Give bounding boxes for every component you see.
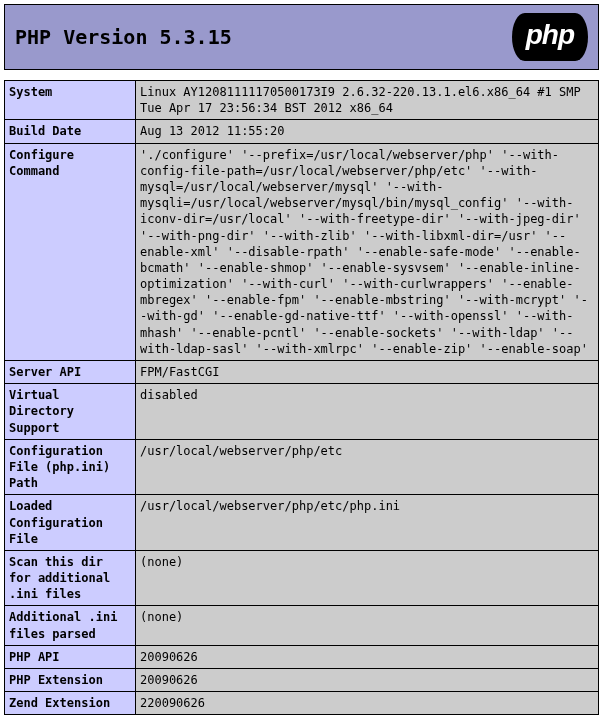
- row-label: Build Date: [5, 120, 136, 143]
- row-label: Scan this dir for additional .ini files: [5, 550, 136, 606]
- table-row: Scan this dir for additional .ini files …: [5, 550, 599, 606]
- table-row: Loaded Configuration File /usr/local/web…: [5, 495, 599, 551]
- table-row: Zend Extension 220090626: [5, 692, 599, 715]
- php-logo-text: php: [526, 19, 574, 51]
- phpinfo-table: System Linux AY12081111170500173I9 2.6.3…: [4, 80, 599, 715]
- table-row: PHP API 20090626: [5, 645, 599, 668]
- row-value: 220090626: [136, 692, 599, 715]
- row-value: disabled: [136, 384, 599, 440]
- row-value: 20090626: [136, 645, 599, 668]
- table-row: Configuration File (php.ini) Path /usr/l…: [5, 439, 599, 495]
- row-label: Virtual Directory Support: [5, 384, 136, 440]
- phpinfo-header: PHP Version 5.3.15 php: [4, 4, 599, 70]
- row-label: Zend Extension: [5, 692, 136, 715]
- row-label: Configuration File (php.ini) Path: [5, 439, 136, 495]
- row-value: 20090626: [136, 669, 599, 692]
- row-value: Aug 13 2012 11:55:20: [136, 120, 599, 143]
- row-value: (none): [136, 550, 599, 606]
- row-label: PHP API: [5, 645, 136, 668]
- row-value: (none): [136, 606, 599, 645]
- row-label: Additional .ini files parsed: [5, 606, 136, 645]
- table-row: Build Date Aug 13 2012 11:55:20: [5, 120, 599, 143]
- row-value: Linux AY12081111170500173I9 2.6.32-220.1…: [136, 81, 599, 120]
- row-label: Loaded Configuration File: [5, 495, 136, 551]
- row-label: Configure Command: [5, 143, 136, 360]
- php-logo: php: [512, 13, 588, 61]
- table-row: System Linux AY12081111170500173I9 2.6.3…: [5, 81, 599, 120]
- row-label: PHP Extension: [5, 669, 136, 692]
- row-value: FPM/FastCGI: [136, 361, 599, 384]
- table-row: Configure Command './configure' '--prefi…: [5, 143, 599, 360]
- row-label: Server API: [5, 361, 136, 384]
- row-value: './configure' '--prefix=/usr/local/webse…: [136, 143, 599, 360]
- row-value: /usr/local/webserver/php/etc: [136, 439, 599, 495]
- row-value: /usr/local/webserver/php/etc/php.ini: [136, 495, 599, 551]
- row-label: System: [5, 81, 136, 120]
- page-title: PHP Version 5.3.15: [15, 25, 232, 49]
- table-row: Server API FPM/FastCGI: [5, 361, 599, 384]
- table-row: Virtual Directory Support disabled: [5, 384, 599, 440]
- table-row: Additional .ini files parsed (none): [5, 606, 599, 645]
- table-row: PHP Extension 20090626: [5, 669, 599, 692]
